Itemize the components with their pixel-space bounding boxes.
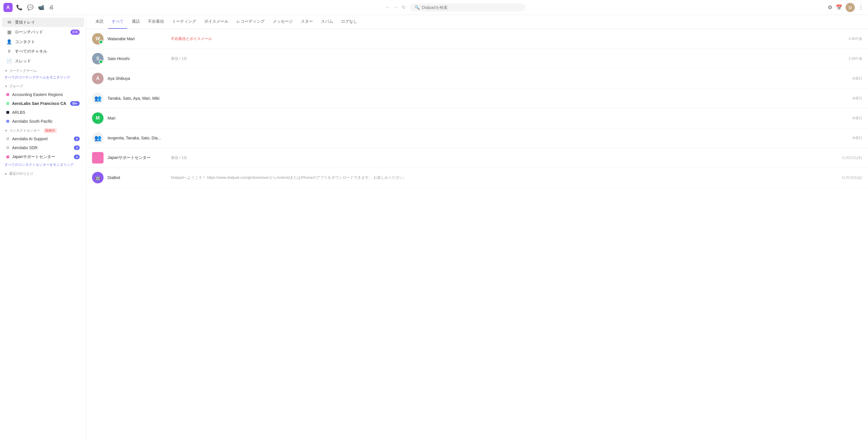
avatar [92,152,103,164]
sidebar-item-group-2[interactable]: ARLBS [2,108,84,117]
message-content: Dialbot Dialpadへようこそ！ https://www.dialpa… [107,175,838,180]
avatar: 🤖 [92,172,103,183]
group-badge: 99+ [70,101,80,106]
tab-未読[interactable]: 未読 [92,15,107,29]
coaching-monitor-link[interactable]: すべてのコーチングチームをモニタリング [0,74,86,81]
sidebar-item-channels[interactable]: # すべてのチャネル [2,47,84,56]
group-dot [6,111,9,114]
group-dot [6,102,9,105]
coaching-chevron: ▼ [5,69,7,72]
message-row-4[interactable]: M Mari 木曜日 [86,108,868,128]
group-label: Aerolabs South Pacific [12,119,80,124]
message-preview: 発信 / 1分 [171,155,187,160]
search-input[interactable] [422,5,508,10]
sidebar-item-contacts[interactable]: 👤 コンタクト [2,37,84,46]
sidebar-item-group-3[interactable]: Aerolabs South Pacific [2,117,84,126]
message-row-3[interactable]: 👥 Tanaka, Sato, Aya, Mari, Miki 木曜日 [86,89,868,108]
tab-メッセージ[interactable]: メッセージ [269,15,296,29]
inbox-icon: ✉ [6,20,12,25]
message-row-0[interactable]: W Watanabe Mari 不在着信とボイスメール 4:48午後 [86,29,868,49]
message-content: Aya Shibuya [107,76,848,81]
message-name: Ievgeniia, Tanaka, Sato, Dia... [107,136,165,140]
contact-center-monitor-link[interactable]: すべてのコンタクトセンターをモニタリング [0,162,86,169]
tab-不在着信[interactable]: 不在着信 [144,15,167,29]
recent-section-header[interactable]: ► 最近のやりとり [0,169,86,177]
more-icon[interactable]: ⋮ [858,4,863,11]
main-content: 未読すべて通話不在着信ミーティングボイスメールレコーディングメッセージスタースパ… [86,0,868,442]
tab-スター[interactable]: スター [298,15,316,29]
coaching-section-header[interactable]: ▼ コーチングチーム [0,66,86,74]
message-row-2[interactable]: A Aya Shibuya 木曜日 [86,69,868,89]
message-row-6[interactable]: Japanサポートセンター 発信 / 1分 11月21日(木) [86,148,868,168]
message-list: W Watanabe Mari 不在着信とボイスメール 4:48午後 S Sat… [86,29,868,442]
message-row-7[interactable]: 🤖 Dialbot Dialpadへようこそ！ https://www.dial… [86,168,868,188]
tab-ログなし[interactable]: ログなし [338,15,361,29]
recent-chevron: ► [5,172,7,175]
sidebar-item-group-0[interactable]: Accounting Eastern Regions [2,90,84,99]
message-time: 11月21日(木) [842,156,862,160]
message-name: Japanサポートセンター [107,155,165,160]
message-row-5[interactable]: 👥 Ievgeniia, Tanaka, Sato, Dia... 木曜日 [86,128,868,148]
tab-ミーティング[interactable]: ミーティング [168,15,199,29]
recent-section-label: 最近のやりとり [9,171,33,176]
contact-center-section-header[interactable]: ▼ コンタクトセンター 勤務外 [0,126,86,134]
phone-icon[interactable]: 📞 [16,4,23,11]
app-logo[interactable]: A [3,3,13,12]
group-label: AeroLabs San Francisco CA [12,101,67,106]
settings-icon[interactable]: ⚙ [828,4,832,11]
topbar-right: ⚙ 📅 U ⋮ [823,3,868,12]
contact-center-chevron: ▼ [5,129,7,132]
message-time: 木曜日 [852,136,862,140]
sidebar-item-cc-0[interactable]: Aerolabs Ai Support 4 [2,135,84,143]
sidebar-item-inbox[interactable]: ✉ 受信トレイ [2,18,84,27]
user-avatar[interactable]: U [845,3,855,12]
message-preview: 不在着信とボイスメール [171,36,212,41]
message-time: 木曜日 [852,116,862,121]
sidebar-item-group-1[interactable]: AeroLabs San Francisco CA 99+ [2,99,84,108]
tab-ボイスメール[interactable]: ボイスメール [201,15,232,29]
video-icon[interactable]: 📹 [38,4,44,11]
sidebar-item-cc-1[interactable]: Aerolabs SDR 3 [2,143,84,152]
cc-label: Aerolabs Ai Support [12,137,71,141]
sidebar: ✉ 受信トレイ ▦ ローンチパッド 新着 👤 コンタクト # すべてのチャネル … [0,0,86,442]
channels-icon: # [6,49,12,54]
threads-label: スレッド [15,59,80,64]
sidebar-item-threads[interactable]: 📄 スレッド [2,56,84,66]
message-time: 木曜日 [852,96,862,101]
groups-section-header[interactable]: ▼ グループ [0,81,86,90]
message-preview: Dialpadへようこそ！ https://www.dialpad.com/jp… [171,175,407,180]
message-content: Japanサポートセンター 発信 / 1分 [107,155,838,160]
cc-dot [6,146,9,149]
contacts-label: コンタクト [15,39,80,44]
topbar-center: ← → ↻ 🔍 [86,3,823,11]
forward-button[interactable]: → [393,3,400,11]
contacts-icon: 👤 [6,39,12,44]
launchpad-badge: 新着 [70,30,80,35]
tab-通話[interactable]: 通話 [128,15,143,29]
search-bar[interactable]: 🔍 [410,3,525,11]
message-content: Ievgeniia, Tanaka, Sato, Dia... [107,136,848,140]
message-name: Aya Shibuya [107,76,165,81]
channels-label: すべてのチャネル [15,49,80,54]
tab-すべて[interactable]: すべて [108,15,127,29]
message-row-1[interactable]: S Sato Hiroshi 発信 / 1分 2:49午後 [86,49,868,69]
tabs-bar: 未読すべて通話不在着信ミーティングボイスメールレコーディングメッセージスタースパ… [86,15,868,29]
avatar: A [92,73,103,84]
sidebar-item-launchpad[interactable]: ▦ ローンチパッド 新着 [2,27,84,37]
message-time: 2:49午後 [849,56,862,61]
cc-label: Japanサポートセンター [12,154,71,160]
chat-icon[interactable]: 💬 [27,4,33,11]
message-time: 木曜日 [852,76,862,81]
refresh-button[interactable]: ↻ [401,3,407,11]
print-icon[interactable]: 🖨 [49,4,54,10]
tab-スパム[interactable]: スパム [317,15,337,29]
back-button[interactable]: ← [384,3,392,11]
tab-レコーディング[interactable]: レコーディング [233,15,268,29]
cc-dot [6,156,9,158]
topbar: A 📞 💬 📹 🖨 ← → ↻ 🔍 ⚙ 📅 U ⋮ [0,0,868,15]
contact-center-status-badge: 勤務外 [44,128,57,133]
calendar-icon[interactable]: 📅 [836,4,842,11]
cc-badge: 4 [74,155,80,159]
sidebar-item-cc-2[interactable]: Japanサポートセンター 4 [2,152,84,162]
group-label: ARLBS [12,110,80,115]
